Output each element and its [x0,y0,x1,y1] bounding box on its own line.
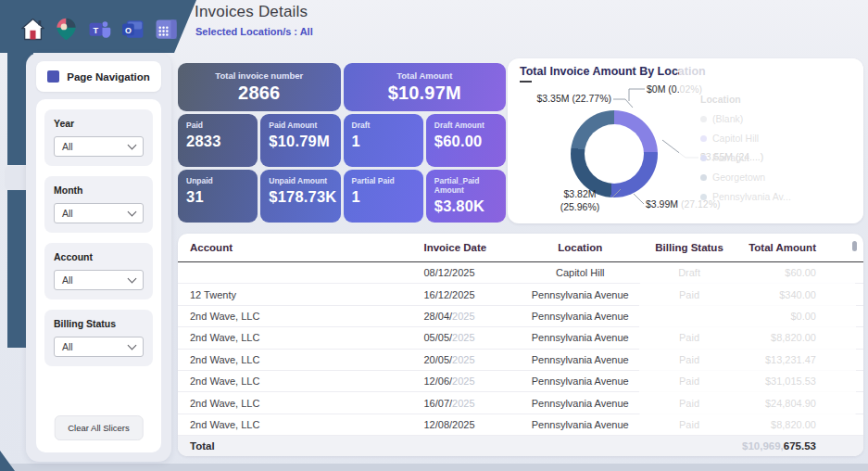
kpi-card-unpaid-amount: Unpaid Amount$178.73K [260,170,340,223]
bottom-edge [0,464,868,471]
page-title: Invoices Details [195,3,308,21]
kpi-card-paid: Paid2833 [178,114,258,167]
cell-invoice-date: 16/07/2025 [401,398,521,409]
cell-total-amount: $31,015.53 [739,376,851,387]
slicer-dropdown-month[interactable]: All [54,203,144,223]
cell-total-amount: $0.00 [739,311,851,322]
legend-title: Location [700,94,791,105]
legend-item-capitol-hill[interactable]: Capitol Hill [700,133,791,144]
chevron-down-icon [128,274,137,283]
slicer-dropdown-account[interactable]: All [54,270,144,290]
cell-location: Pennsylvania Avenue [521,311,640,322]
column-header-invoice-date[interactable]: Invoice Date [401,242,521,253]
total-amount: $10,969,675.53 [739,440,851,452]
legend-items: (Blank)Capitol HillFarragutGeorgetownPen… [700,113,791,202]
table-row[interactable]: 2nd Wave, LLC12/08/2025Pennsylvania Aven… [178,414,863,436]
cell-account: 2nd Wave, LLC [190,311,401,322]
cell-account: 2nd Wave, LLC [190,376,401,387]
slicer-label: Year [54,118,144,129]
kpi-card-draft-amount: Draft Amount$60.00 [426,114,506,167]
slicer-dropdown-billing-status[interactable]: All [54,337,144,357]
slicer-value: All [62,141,73,152]
cell-account: 2nd Wave, LLC [190,332,401,343]
slicer-month: MonthAll [44,176,153,233]
calendar-icon[interactable] [154,17,179,42]
cell-billing-status: Paid [640,354,739,365]
slicer-value: All [62,274,73,286]
kpi-label: Draft Amount [434,121,497,130]
chevron-down-icon [128,340,137,350]
kpi-label: Unpaid [186,176,249,185]
kpi-label: Paid [186,121,249,130]
column-header-total-amount[interactable]: Total Amount [739,242,851,253]
slicer-year: YearAll [44,109,153,166]
chart-title-underline [520,81,532,83]
kpi-value: $10.97M [352,83,498,104]
callout-georgetown: $3.82M (25.96%) [549,187,610,213]
table-row[interactable]: 08/12/2025Capitol HillDraft$60.00 [178,262,863,284]
kpi-card-partial-paid: Partial Paid1 [344,170,423,223]
donut-chart-card: Total Invoice Amount By Location $0M (0.… [508,58,863,223]
table-row[interactable]: 2nd Wave, LLC12/06/2025Pennsylvania Aven… [178,371,863,392]
kpi-label: Total invoice number [186,70,333,81]
cell-invoice-date: 16/12/2025 [401,289,521,300]
cell-location: Pennsylvania Avenue [521,289,640,300]
cell-total-amount: $13,231.47 [739,354,851,365]
page-navigation-icon [47,70,59,83]
cell-location: Pennsylvania Avenue [521,332,640,343]
column-header-location[interactable]: Location [521,242,640,253]
cell-location: Pennsylvania Avenue [521,398,640,409]
total-amount-visible: 675.53 [784,440,816,452]
legend-item-blank[interactable]: (Blank) [700,113,791,124]
chevron-down-icon [128,207,137,216]
legend-item-georgetown[interactable]: Georgetown [700,172,791,183]
kpi-label: Unpaid Amount [269,176,332,185]
legend-dot [700,135,707,142]
chevron-down-icon [128,140,137,149]
page-navigation-button[interactable]: Page Navigation [36,61,161,92]
legend-label: Pennsylvania Av... [712,191,791,202]
kpi-value: 31 [186,188,249,206]
chart-legend: Location (Blank)Capitol HillFarragutGeor… [700,94,791,210]
maps-pin-icon[interactable] [54,17,79,42]
callout-pennsylvania: $3.35M (22.77%) [526,93,611,104]
callout-blank: $0M (0.02%) [647,83,702,95]
kpi-value: $60.00 [434,133,497,150]
dashboard-canvas: T O Invoices Details Selected Location/s… [0,0,868,471]
table-row[interactable]: 2nd Wave, LLC20/05/2025Pennsylvania Aven… [178,350,863,371]
table-row[interactable]: 2nd Wave, LLC28/04/2025Pennsylvania Aven… [178,306,863,327]
table-row[interactable]: 2nd Wave, LLC05/05/2025Pennsylvania Aven… [178,327,863,349]
legend-label: Georgetown [712,172,765,183]
table-body: 08/12/2025Capitol HillDraft$60.0012 Twen… [178,262,863,436]
outlook-icon[interactable]: O [120,17,145,42]
total-amount-faded: $10,969, [742,440,784,452]
page-subtitle: Selected Location/s : All [195,26,313,37]
legend-label: Farragut [712,152,749,163]
cell-billing-status: Paid [640,376,739,387]
column-header-account[interactable]: Account [190,242,401,253]
cell-billing-status: Paid [640,398,739,409]
kpi-card-paid-amount: Paid Amount$10.79M [260,114,340,167]
legend-dot [700,116,707,122]
legend-item-farragut[interactable]: Farragut [700,152,791,163]
cell-total-amount: $340.00 [739,289,851,300]
legend-item-pennsylvania-av[interactable]: Pennsylvania Av... [700,191,791,202]
svg-text:T: T [94,26,99,35]
kpi-value: 2833 [186,133,249,150]
home-icon[interactable] [20,17,45,42]
slicer-dropdown-year[interactable]: All [54,136,144,157]
table-row[interactable]: 2nd Wave, LLC16/07/2025Pennsylvania Aven… [178,392,863,414]
donut-chart[interactable] [571,110,658,197]
kpi-card-grid: Total invoice number2866Total Amount$10.… [178,63,506,223]
page-navigation-label: Page Navigation [67,71,149,83]
slicer-billing-status: Billing StatusAll [44,310,153,366]
kpi-card-partial-paid-amount: Partial_Paid Amount$3.80K [426,170,506,223]
sidebar: Page Navigation YearAllMonthAllAccountAl… [26,53,171,462]
clear-all-slicers-button[interactable]: Clear All Slicers [54,415,144,440]
cell-billing-status: Paid [640,289,739,300]
kpi-card-draft: Draft1 [344,114,423,167]
table-row[interactable]: 12 Twenty16/12/2025Pennsylvania AvenuePa… [178,284,863,305]
table-scrollbar-thumb[interactable] [852,241,857,251]
column-header-billing-status[interactable]: Billing Status [640,242,739,253]
teams-icon[interactable]: T [87,17,112,42]
